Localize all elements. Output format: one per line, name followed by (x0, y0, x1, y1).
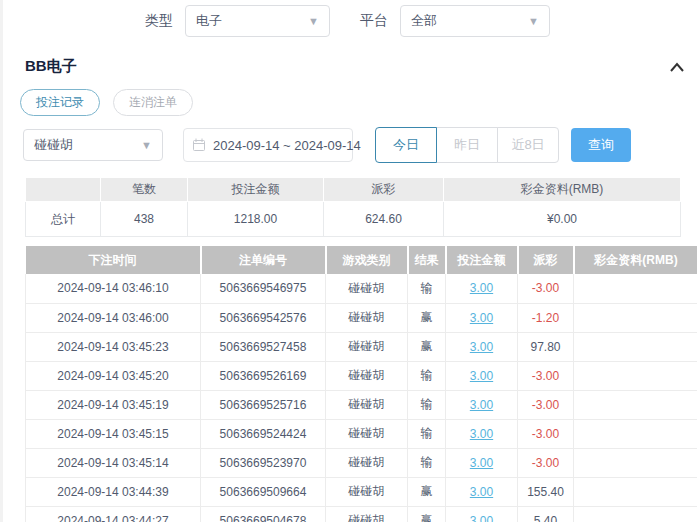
query-button[interactable]: 查询 (571, 128, 631, 162)
order-number-cell: 5063669546975 (201, 274, 326, 303)
bonus-cell (574, 361, 697, 390)
platform-select-value: 全部 (411, 12, 437, 30)
order-number-cell: 5063669525716 (201, 390, 326, 419)
date-range-value: 2024-09-14 ~ 2024-09-14 (213, 138, 361, 153)
summary-table: 笔数 投注金额 派彩 彩金资料(RMB) 总计 438 1218.00 624.… (25, 177, 681, 237)
chevron-down-icon: ▼ (141, 140, 152, 151)
bonus-cell (574, 477, 697, 506)
type-select[interactable]: 电子 ▼ (185, 5, 330, 37)
table-row: 2024-09-14 03:46:10 5063669546975 碰碰胡 输 … (26, 274, 697, 303)
bet-time-cell: 2024-09-14 03:46:10 (26, 274, 201, 303)
tab-cancelled-orders[interactable]: 连消注单 (113, 89, 193, 116)
result-cell: 输 (408, 390, 446, 419)
bet-amount-link[interactable]: 3.00 (470, 427, 493, 441)
summary-header-row: 笔数 投注金额 派彩 彩金资料(RMB) (26, 178, 681, 202)
game-category-cell: 碰碰胡 (326, 477, 408, 506)
bet-time-cell: 2024-09-14 03:45:19 (26, 390, 201, 419)
platform-select[interactable]: 全部 ▼ (400, 5, 550, 37)
game-select-value: 碰碰胡 (34, 136, 73, 154)
bet-time-cell: 2024-09-14 03:45:14 (26, 448, 201, 477)
header-bet-time: 下注时间 (26, 246, 201, 274)
panel-edge (0, 0, 3, 522)
bet-time-cell: 2024-09-14 03:44:27 (26, 506, 201, 522)
payout-cell: -3.00 (518, 419, 574, 448)
type-select-value: 电子 (196, 12, 222, 30)
game-category-cell: 碰碰胡 (326, 332, 408, 361)
bet-time-cell: 2024-09-14 03:45:20 (26, 361, 201, 390)
payout-cell: -3.00 (518, 274, 574, 303)
bonus-cell (574, 332, 697, 361)
game-select[interactable]: 碰碰胡 ▼ (23, 129, 163, 161)
header-game-category: 游戏类别 (326, 246, 408, 274)
bet-time-cell: 2024-09-14 03:46:00 (26, 303, 201, 332)
tab-label: 投注记录 (36, 94, 84, 111)
table-row: 2024-09-14 03:44:39 5063669509664 碰碰胡 赢 … (26, 477, 697, 506)
order-number-cell: 5063669527458 (201, 332, 326, 361)
summary-header-bonus: 彩金资料(RMB) (444, 178, 681, 202)
summary-total-bet: 1218.00 (188, 202, 324, 237)
bet-amount-link[interactable]: 3.00 (470, 514, 493, 522)
bet-amount-link[interactable]: 3.00 (470, 311, 493, 325)
order-number-cell: 5063669523970 (201, 448, 326, 477)
summary-total-label: 总计 (26, 202, 101, 237)
bonus-cell (574, 448, 697, 477)
order-number-cell: 5063669526169 (201, 361, 326, 390)
table-row: 2024-09-14 03:45:23 5063669527458 碰碰胡 赢 … (26, 332, 697, 361)
bonus-cell (574, 274, 697, 303)
tab-bet-records[interactable]: 投注记录 (20, 89, 100, 116)
summary-total-payout: 624.60 (324, 202, 444, 237)
bet-amount-link[interactable]: 3.00 (470, 281, 493, 295)
result-cell: 赢 (408, 506, 446, 522)
tab-label: 连消注单 (129, 94, 177, 111)
last-8-days-button[interactable]: 近8日 (497, 127, 559, 163)
chevron-up-icon[interactable] (669, 61, 685, 73)
payout-cell: -1.20 (518, 303, 574, 332)
summary-total-row: 总计 438 1218.00 624.60 ¥0.00 (26, 202, 681, 237)
summary-total-bonus: ¥0.00 (444, 202, 681, 237)
game-category-cell: 碰碰胡 (326, 448, 408, 477)
bet-amount-link[interactable]: 3.00 (470, 369, 493, 383)
game-category-cell: 碰碰胡 (326, 419, 408, 448)
bet-time-cell: 2024-09-14 03:45:15 (26, 419, 201, 448)
table-row: 2024-09-14 03:46:00 5063669542576 碰碰胡 赢 … (26, 303, 697, 332)
chevron-down-icon: ▼ (308, 16, 319, 27)
order-number-cell: 5063669504678 (201, 506, 326, 522)
table-row: 2024-09-14 03:45:19 5063669525716 碰碰胡 输 … (26, 390, 697, 419)
bonus-cell (574, 506, 697, 522)
game-category-cell: 碰碰胡 (326, 274, 408, 303)
platform-label: 平台 (360, 12, 388, 30)
bonus-cell (574, 303, 697, 332)
table-row: 2024-09-14 03:45:15 5063669524424 碰碰胡 输 … (26, 419, 697, 448)
summary-header-count: 笔数 (101, 178, 188, 202)
chevron-down-icon: ▼ (528, 16, 539, 27)
yesterday-button[interactable]: 昨日 (436, 127, 498, 163)
bet-amount-link[interactable]: 3.00 (470, 485, 493, 499)
bet-amount-link[interactable]: 3.00 (470, 398, 493, 412)
payout-cell: 5.40 (518, 506, 574, 522)
bet-amount-link[interactable]: 3.00 (470, 456, 493, 470)
summary-header-empty (26, 178, 101, 202)
game-category-cell: 碰碰胡 (326, 361, 408, 390)
header-bet-amount: 投注金额 (446, 246, 518, 274)
game-category-cell: 碰碰胡 (326, 506, 408, 522)
type-label: 类型 (145, 12, 173, 30)
bet-records-table: 下注时间 注单编号 游戏类别 结果 投注金额 派彩 彩金资料(RMB) 2024… (25, 246, 697, 522)
bonus-cell (574, 419, 697, 448)
payout-cell: 155.40 (518, 477, 574, 506)
query-filter-row: 碰碰胡 ▼ 2024-09-14 ~ 2024-09-14 今日 昨日 近8日 … (23, 127, 697, 163)
bet-time-cell: 2024-09-14 03:44:39 (26, 477, 201, 506)
game-category-cell: 碰碰胡 (326, 390, 408, 419)
result-cell: 输 (408, 419, 446, 448)
header-result: 结果 (408, 246, 446, 274)
payout-cell: 97.80 (518, 332, 574, 361)
result-cell: 赢 (408, 332, 446, 361)
table-row: 2024-09-14 03:45:14 5063669523970 碰碰胡 输 … (26, 448, 697, 477)
table-row: 2024-09-14 03:44:27 5063669504678 碰碰胡 赢 … (26, 506, 697, 522)
date-range-input[interactable]: 2024-09-14 ~ 2024-09-14 (183, 128, 353, 162)
payout-cell: -3.00 (518, 361, 574, 390)
result-cell: 赢 (408, 477, 446, 506)
today-button[interactable]: 今日 (375, 127, 437, 163)
result-cell: 赢 (408, 303, 446, 332)
order-number-cell: 5063669542576 (201, 303, 326, 332)
bet-amount-link[interactable]: 3.00 (470, 340, 493, 354)
